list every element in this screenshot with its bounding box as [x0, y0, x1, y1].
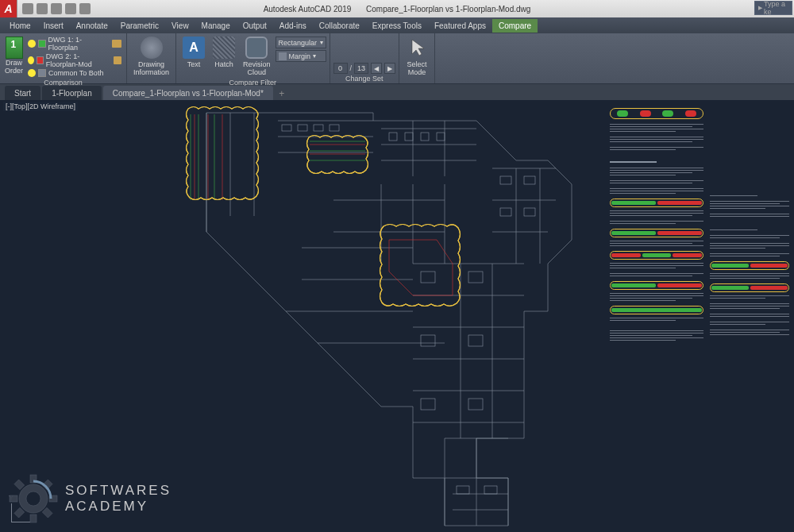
svg-rect-17	[468, 399, 483, 410]
color-swatch-dwg1[interactable]	[38, 40, 46, 48]
svg-rect-4	[389, 133, 397, 141]
drawing-info-button[interactable]: Drawing Information	[130, 35, 172, 78]
cloud-margin-button[interactable]: Margin	[276, 50, 326, 62]
tab-start[interactable]: Start	[5, 86, 40, 100]
note-change-marker	[710, 261, 789, 270]
window-title: Autodesk AutoCAD 2019 Compare_1-Floorpla…	[257, 5, 538, 13]
ribbon: Draw Order DWG 1: 1-Floorplan DWG 2: 1-F…	[0, 33, 794, 84]
draw-order-button[interactable]: Draw Order	[3, 35, 25, 76]
doc-name: Compare_1-Floorplan vs 1-Floorplan-Mod.d…	[366, 5, 530, 13]
ribbon-group-select: Select Mode	[399, 33, 435, 83]
cursor-icon	[406, 37, 428, 59]
note-change-marker	[610, 306, 703, 314]
svg-rect-16	[421, 399, 435, 410]
hatch-icon	[213, 37, 235, 59]
group-label: Change Set	[333, 74, 396, 83]
svg-rect-5	[405, 133, 413, 141]
tab-featured-apps[interactable]: Featured Apps	[428, 19, 492, 33]
drawing-notes	[610, 108, 791, 532]
tab-manage[interactable]: Manage	[195, 19, 237, 33]
svg-rect-8	[500, 176, 511, 184]
drawing-viewport[interactable]: [-][Top][2D Wireframe]	[0, 100, 794, 532]
canvas[interactable]	[0, 100, 794, 532]
change-legend-symbols	[610, 108, 703, 119]
tab-view[interactable]: View	[165, 19, 195, 33]
svg-rect-11	[524, 208, 535, 216]
svg-rect-1	[298, 125, 307, 131]
draw-order-icon	[6, 37, 23, 59]
tab-addins[interactable]: Add-ins	[273, 19, 313, 33]
hatch-filter-button[interactable]: Hatch	[210, 35, 238, 70]
margin-icon	[279, 52, 287, 60]
svg-rect-9	[524, 176, 535, 184]
app-logo[interactable]: A	[0, 0, 17, 17]
changeset-current: 0	[333, 63, 348, 74]
compare-legend: DWG 1: 1-Floorplan DWG 2: 1-Floorplan-Mo…	[26, 35, 123, 78]
revision-cloud	[305, 135, 370, 175]
svg-rect-3	[330, 125, 339, 131]
qat-redo-icon[interactable]	[79, 3, 91, 14]
tab-collaborate[interactable]: Collaborate	[313, 19, 366, 33]
ribbon-group-filter: A Text Hatch Revision Cloud Rectangular …	[176, 33, 330, 83]
svg-rect-2	[314, 125, 323, 131]
revision-cloud	[380, 224, 461, 308]
svg-rect-0	[282, 125, 291, 131]
note-change-marker	[610, 251, 703, 260]
app-name: Autodesk AutoCAD 2019	[264, 5, 352, 13]
tab-compare[interactable]: Compare_1-Floorplan vs 1-Floorplan-Mod*	[103, 86, 273, 100]
note-change-marker	[610, 281, 703, 290]
title-bar: A Autodesk AutoCAD 2019 Compare_1-Floorp…	[0, 0, 794, 17]
tab-compare[interactable]: Compare	[492, 19, 538, 33]
tab-insert[interactable]: Insert	[37, 19, 70, 33]
text-icon: A	[183, 37, 205, 59]
lightbulb-icon	[28, 56, 34, 64]
tab-output[interactable]: Output	[237, 19, 273, 33]
svg-rect-14	[421, 335, 435, 346]
help-search-input[interactable]: Type a ke	[754, 1, 792, 15]
note-change-marker	[610, 229, 703, 237]
svg-rect-15	[468, 335, 483, 346]
select-mode-button[interactable]: Select Mode	[403, 35, 431, 78]
ribbon-group-info: Drawing Information	[127, 33, 176, 83]
folder-icon[interactable]	[114, 56, 121, 64]
ribbon-group-changeset: 0 / 13 ◀ ▶ Change Set	[330, 33, 400, 83]
ribbon-tabs: Home Insert Annotate Parametric View Man…	[0, 17, 794, 33]
color-swatch-dwg2[interactable]	[37, 56, 44, 64]
revcloud-button[interactable]: Revision Cloud	[240, 35, 274, 78]
tab-parametric[interactable]: Parametric	[114, 19, 165, 33]
qat-save-icon[interactable]	[51, 3, 62, 14]
lightbulb-icon	[28, 40, 36, 48]
prev-change-button[interactable]: ◀	[371, 63, 382, 74]
tab-home[interactable]: Home	[3, 19, 37, 33]
note-change-marker	[610, 199, 703, 207]
tab-floorplan[interactable]: 1-Floorplan	[42, 86, 102, 100]
tab-express-tools[interactable]: Express Tools	[366, 19, 428, 33]
svg-rect-13	[468, 272, 483, 283]
qat-open-icon[interactable]	[37, 3, 48, 14]
revision-cloud	[184, 106, 260, 200]
legend-dwg2[interactable]: DWG 2: 1-Floorplan-Mod	[28, 52, 121, 68]
document-tabs: Start 1-Floorplan Compare_1-Floorplan vs…	[0, 84, 794, 100]
folder-icon[interactable]	[112, 40, 121, 48]
legend-dwg1[interactable]: DWG 1: 1-Floorplan	[28, 36, 121, 52]
cloud-shape-select[interactable]: Rectangular	[276, 37, 326, 48]
tab-annotate[interactable]: Annotate	[70, 19, 114, 33]
qat-undo-icon[interactable]	[65, 3, 76, 14]
text-filter-button[interactable]: A Text	[179, 35, 208, 70]
info-icon	[141, 37, 163, 59]
ribbon-group-comparison: Draw Order DWG 1: 1-Floorplan DWG 2: 1-F…	[0, 33, 127, 83]
svg-rect-6	[421, 133, 429, 141]
qat-new-icon[interactable]	[22, 3, 33, 14]
lightbulb-icon	[28, 69, 36, 77]
svg-rect-10	[500, 208, 511, 216]
changeset-total: 13	[354, 63, 368, 74]
new-tab-button[interactable]: +	[275, 87, 289, 100]
cloud-icon	[245, 37, 268, 59]
svg-rect-18	[457, 486, 469, 494]
svg-rect-7	[437, 133, 445, 141]
note-change-marker	[710, 283, 789, 292]
quick-access-toolbar	[17, 3, 95, 14]
color-swatch-common[interactable]	[38, 69, 46, 77]
next-change-button[interactable]: ▶	[384, 63, 395, 74]
legend-common[interactable]: Common To Both	[28, 69, 121, 77]
